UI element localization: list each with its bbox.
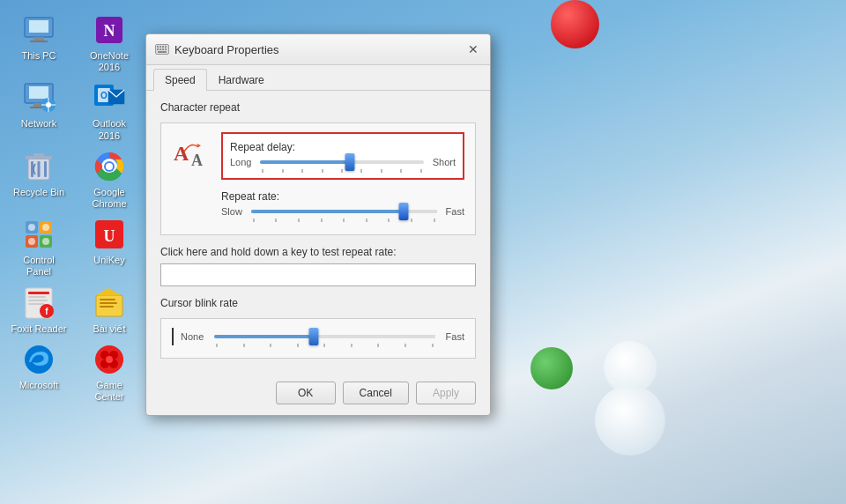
icon-onenote[interactable]: N OneNote2016: [78, 9, 141, 77]
cursor-blink-row: None: [172, 328, 464, 345]
test-field-section: Click here and hold down a key to test r…: [160, 246, 476, 286]
svg-rect-47: [100, 299, 115, 300]
dialog-titlebar: Keyboard Properties ✕: [146, 34, 490, 65]
cursor-blink-track[interactable]: [214, 335, 434, 338]
outlook-label: Outlook 2016: [81, 118, 137, 141]
icon-microsoft-edge[interactable]: Microsoft: [7, 338, 70, 406]
repeat-delay-track[interactable]: [260, 160, 423, 164]
dialog-tabs: Speed Hardware: [146, 65, 490, 91]
char-repeat-inner: A A Repeat delay: Long: [172, 132, 464, 226]
svg-rect-1: [29, 20, 48, 33]
recycle-bin-icon: [21, 149, 56, 184]
bai-viet-icon: [92, 285, 127, 321]
svg-text:A: A: [174, 142, 189, 165]
icon-this-pc[interactable]: This PC: [7, 9, 70, 77]
control-panel-icon: [21, 217, 56, 252]
icon-control-panel[interactable]: Control Panel: [7, 213, 70, 281]
icon-bai-viet[interactable]: Bài viết: [78, 282, 141, 338]
test-input[interactable]: [160, 263, 476, 286]
repeat-delay-slider-row: Long: [230, 157, 456, 167]
google-chrome-icon: [92, 149, 127, 184]
icon-game-center[interactable]: Game Center: [78, 338, 141, 406]
svg-rect-63: [160, 48, 161, 50]
svg-rect-48: [100, 302, 117, 304]
unikey-label: UniKey: [93, 255, 124, 266]
network-label: Network: [21, 118, 56, 130]
tab-speed[interactable]: Speed: [153, 69, 207, 91]
repeat-rate-right: Fast: [446, 206, 464, 217]
repeat-rate-track[interactable]: [251, 210, 437, 213]
icon-network[interactable]: Network: [7, 77, 70, 145]
svg-rect-39: [28, 292, 49, 294]
icon-google-chrome[interactable]: Google Chrome: [78, 145, 141, 213]
svg-rect-49: [100, 306, 114, 308]
foxit-reader-label: Foxit Reader: [11, 323, 67, 335]
repeat-rate-label: Repeat rate:: [221, 190, 464, 203]
tab-hardware[interactable]: Hardware: [207, 69, 276, 91]
network-icon: [21, 80, 56, 115]
svg-point-50: [25, 345, 53, 374]
onenote-icon: N: [92, 12, 127, 48]
svg-rect-58: [157, 46, 159, 48]
icon-outlook[interactable]: O Outlook 2016: [78, 77, 141, 145]
dialog-title-left: Keyboard Properties: [155, 43, 279, 56]
repeat-rate-left: Slow: [221, 206, 242, 217]
repeat-delay-right: Short: [433, 157, 456, 167]
snowman: [595, 341, 665, 456]
repeat-delay-label: Repeat delay:: [230, 141, 456, 153]
foxit-reader-icon: f: [21, 285, 56, 321]
repeat-controls: Repeat delay: Long: [221, 132, 464, 226]
desktop-icons: This PC N OneNote2016 Network: [7, 9, 148, 406]
cursor-blink-indicator: [172, 328, 174, 345]
this-pc-icon: [21, 12, 56, 48]
red-decoration: [551, 0, 599, 48]
keyboard-properties-dialog: Keyboard Properties ✕ Speed Hardware Cha…: [145, 33, 491, 416]
ok-button[interactable]: OK: [276, 382, 336, 404]
icon-foxit-reader[interactable]: f Foxit Reader: [7, 282, 70, 338]
outlook-icon: O: [92, 80, 127, 115]
svg-point-27: [106, 163, 113, 170]
svg-rect-59: [160, 46, 161, 48]
keyboard-icon: [155, 43, 169, 56]
svg-rect-21: [44, 161, 47, 177]
repeat-delay-box: Repeat delay: Long: [221, 132, 464, 180]
svg-text:O: O: [100, 91, 108, 100]
repeat-rate-box: Repeat rate: Slow: [221, 187, 464, 226]
repeat-rate-slider-row: Slow: [221, 206, 464, 217]
cursor-blink-section: Cursor blink rate None: [160, 297, 476, 359]
cancel-button[interactable]: Cancel: [343, 382, 409, 404]
cursor-blink-left: None: [181, 331, 204, 342]
dialog-buttons: OK Cancel Apply: [146, 374, 490, 415]
svg-rect-3: [30, 41, 48, 42]
svg-rect-23: [33, 153, 44, 157]
svg-point-35: [42, 238, 49, 245]
google-chrome-label: Google Chrome: [81, 187, 137, 210]
icon-recycle-bin[interactable]: Recycle Bin: [7, 145, 70, 213]
svg-rect-64: [162, 48, 164, 50]
svg-rect-41: [28, 300, 48, 301]
char-repeat-box: A A Repeat delay: Long: [160, 122, 476, 235]
game-center-label: Game Center: [81, 380, 137, 403]
control-panel-label: Control Panel: [11, 255, 67, 278]
char-repeat-section-title: Character repeat: [160, 101, 476, 114]
dialog-title: Keyboard Properties: [174, 43, 279, 56]
svg-rect-62: [157, 48, 159, 50]
svg-point-34: [28, 238, 35, 245]
bai-viet-label: Bài viết: [93, 323, 126, 335]
icon-unikey[interactable]: U UniKey: [78, 213, 141, 281]
recycle-bin-label: Recycle Bin: [13, 187, 64, 198]
svg-point-32: [28, 224, 35, 231]
dialog-close-button[interactable]: ✕: [464, 40, 483, 59]
apply-button[interactable]: Apply: [416, 382, 476, 404]
microsoft-edge-icon: [21, 342, 56, 377]
test-input-label: Click here and hold down a key to test r…: [160, 246, 476, 258]
svg-rect-42: [28, 303, 44, 305]
unikey-icon: U: [92, 217, 127, 252]
microsoft-edge-label: Microsoft: [19, 380, 59, 391]
svg-text:U: U: [104, 227, 115, 245]
svg-rect-65: [165, 48, 167, 50]
repeat-icon-svg: A A: [172, 134, 212, 171]
cursor-blink-box: None: [160, 318, 476, 359]
svg-rect-61: [165, 46, 167, 48]
svg-text:N: N: [104, 22, 115, 40]
